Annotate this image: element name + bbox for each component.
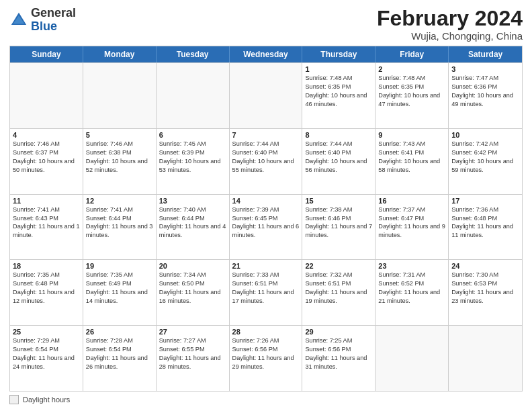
calendar-cell: 9Sunrise: 7:43 AM Sunset: 6:41 PM Daylig… [375,129,449,194]
day-number: 27 [159,328,226,336]
calendar-cell: 20Sunrise: 7:34 AM Sunset: 6:50 PM Dayli… [157,260,230,325]
sun-info: Sunrise: 7:41 AM Sunset: 6:44 PM Dayligh… [86,205,153,240]
calendar-cell: 23Sunrise: 7:31 AM Sunset: 6:52 PM Dayli… [375,260,449,325]
sun-info: Sunrise: 7:32 AM Sunset: 6:51 PM Dayligh… [305,271,372,306]
page: General Blue February 2024 Wujia, Chongq… [0,0,532,411]
sun-info: Sunrise: 7:27 AM Sunset: 6:55 PM Dayligh… [159,336,226,371]
sun-info: Sunrise: 7:30 AM Sunset: 6:53 PM Dayligh… [451,271,519,306]
calendar-cell: 25Sunrise: 7:29 AM Sunset: 6:54 PM Dayli… [10,326,83,391]
sun-info: Sunrise: 7:40 AM Sunset: 6:44 PM Dayligh… [159,205,226,240]
calendar-cell: 13Sunrise: 7:40 AM Sunset: 6:44 PM Dayli… [157,195,230,260]
logo-icon [9,11,28,30]
day-number: 19 [86,262,153,270]
calendar-cell: 16Sunrise: 7:37 AM Sunset: 6:47 PM Dayli… [375,195,449,260]
day-number: 23 [378,262,445,270]
logo-blue: Blue [31,19,57,33]
calendar-cell [10,63,83,128]
calendar-cell: 18Sunrise: 7:35 AM Sunset: 6:48 PM Dayli… [10,260,83,325]
day-number: 1 [305,65,372,73]
day-number: 7 [232,131,300,139]
sun-info: Sunrise: 7:41 AM Sunset: 6:43 PM Dayligh… [13,205,80,240]
sun-info: Sunrise: 7:35 AM Sunset: 6:49 PM Dayligh… [86,271,153,306]
calendar-cell [230,63,303,128]
calendar-header-wednesday: Wednesday [230,46,303,62]
calendar-row-3: 11Sunrise: 7:41 AM Sunset: 6:43 PM Dayli… [10,194,522,260]
calendar-cell: 26Sunrise: 7:28 AM Sunset: 6:54 PM Dayli… [83,326,157,391]
legend: Daylight hours [9,395,523,404]
calendar-cell: 11Sunrise: 7:41 AM Sunset: 6:43 PM Dayli… [10,195,83,260]
calendar-cell [83,63,157,128]
day-number: 18 [13,262,80,270]
legend-label: Daylight hours [23,396,70,404]
calendar-row-4: 18Sunrise: 7:35 AM Sunset: 6:48 PM Dayli… [10,259,522,325]
calendar-cell: 21Sunrise: 7:33 AM Sunset: 6:51 PM Dayli… [230,260,303,325]
calendar-cell: 7Sunrise: 7:44 AM Sunset: 6:40 PM Daylig… [230,129,303,194]
calendar-header-thursday: Thursday [302,46,375,62]
sun-info: Sunrise: 7:35 AM Sunset: 6:48 PM Dayligh… [13,271,80,306]
sun-info: Sunrise: 7:33 AM Sunset: 6:51 PM Dayligh… [232,271,300,306]
calendar-header-tuesday: Tuesday [157,46,230,62]
calendar-cell [449,326,522,391]
location: Wujia, Chongqing, China [377,30,523,42]
logo-text: General Blue [31,7,76,34]
sun-info: Sunrise: 7:36 AM Sunset: 6:48 PM Dayligh… [451,205,519,240]
calendar-cell: 17Sunrise: 7:36 AM Sunset: 6:48 PM Dayli… [449,195,522,260]
sun-info: Sunrise: 7:46 AM Sunset: 6:37 PM Dayligh… [13,140,80,175]
calendar-row-5: 25Sunrise: 7:29 AM Sunset: 6:54 PM Dayli… [10,325,522,391]
day-number: 28 [232,328,300,336]
calendar-cell: 8Sunrise: 7:44 AM Sunset: 6:40 PM Daylig… [302,129,375,194]
sun-info: Sunrise: 7:43 AM Sunset: 6:41 PM Dayligh… [378,140,445,175]
month-year: February 2024 [377,7,523,30]
calendar-cell: 14Sunrise: 7:39 AM Sunset: 6:45 PM Dayli… [230,195,303,260]
sun-info: Sunrise: 7:34 AM Sunset: 6:50 PM Dayligh… [159,271,226,306]
sun-info: Sunrise: 7:44 AM Sunset: 6:40 PM Dayligh… [232,140,300,175]
day-number: 3 [451,65,519,73]
day-number: 2 [378,65,445,73]
sun-info: Sunrise: 7:46 AM Sunset: 6:38 PM Dayligh… [86,140,153,175]
calendar-cell: 2Sunrise: 7:48 AM Sunset: 6:35 PM Daylig… [375,63,449,128]
sun-info: Sunrise: 7:39 AM Sunset: 6:45 PM Dayligh… [232,205,300,240]
sun-info: Sunrise: 7:42 AM Sunset: 6:42 PM Dayligh… [451,140,519,175]
day-number: 14 [232,197,300,205]
calendar-cell [157,63,230,128]
calendar-header-friday: Friday [375,46,449,62]
day-number: 22 [305,262,372,270]
sun-info: Sunrise: 7:47 AM Sunset: 6:36 PM Dayligh… [451,74,519,109]
header: General Blue February 2024 Wujia, Chongq… [9,7,523,42]
logo: General Blue [9,7,76,34]
calendar-cell: 1Sunrise: 7:48 AM Sunset: 6:35 PM Daylig… [302,63,375,128]
calendar-cell: 29Sunrise: 7:25 AM Sunset: 6:56 PM Dayli… [302,326,375,391]
calendar-cell: 19Sunrise: 7:35 AM Sunset: 6:49 PM Dayli… [83,260,157,325]
day-number: 12 [86,197,153,205]
calendar-cell: 3Sunrise: 7:47 AM Sunset: 6:36 PM Daylig… [449,63,522,128]
logo-general: General [31,6,76,19]
day-number: 9 [378,131,445,139]
day-number: 5 [86,131,153,139]
calendar-body: 1Sunrise: 7:48 AM Sunset: 6:35 PM Daylig… [10,62,522,391]
calendar-cell: 10Sunrise: 7:42 AM Sunset: 6:42 PM Dayli… [449,129,522,194]
calendar-cell: 15Sunrise: 7:38 AM Sunset: 6:46 PM Dayli… [302,195,375,260]
sun-info: Sunrise: 7:26 AM Sunset: 6:56 PM Dayligh… [232,336,300,371]
day-number: 10 [451,131,519,139]
day-number: 8 [305,131,372,139]
day-number: 13 [159,197,226,205]
calendar: SundayMondayTuesdayWednesdayThursdayFrid… [9,46,523,392]
sun-info: Sunrise: 7:37 AM Sunset: 6:47 PM Dayligh… [378,205,445,240]
calendar-row-2: 4Sunrise: 7:46 AM Sunset: 6:37 PM Daylig… [10,128,522,194]
sun-info: Sunrise: 7:38 AM Sunset: 6:46 PM Dayligh… [305,205,372,240]
calendar-header-monday: Monday [83,46,157,62]
sun-info: Sunrise: 7:31 AM Sunset: 6:52 PM Dayligh… [378,271,445,306]
sun-info: Sunrise: 7:28 AM Sunset: 6:54 PM Dayligh… [86,336,153,371]
sun-info: Sunrise: 7:48 AM Sunset: 6:35 PM Dayligh… [305,74,372,109]
calendar-cell: 12Sunrise: 7:41 AM Sunset: 6:44 PM Dayli… [83,195,157,260]
day-number: 20 [159,262,226,270]
calendar-header-saturday: Saturday [449,46,522,62]
calendar-header: SundayMondayTuesdayWednesdayThursdayFrid… [10,46,522,62]
calendar-cell: 6Sunrise: 7:45 AM Sunset: 6:39 PM Daylig… [157,129,230,194]
day-number: 16 [378,197,445,205]
calendar-cell: 22Sunrise: 7:32 AM Sunset: 6:51 PM Dayli… [302,260,375,325]
sun-info: Sunrise: 7:48 AM Sunset: 6:35 PM Dayligh… [378,74,445,109]
calendar-cell: 24Sunrise: 7:30 AM Sunset: 6:53 PM Dayli… [449,260,522,325]
calendar-cell: 28Sunrise: 7:26 AM Sunset: 6:56 PM Dayli… [230,326,303,391]
sun-info: Sunrise: 7:29 AM Sunset: 6:54 PM Dayligh… [13,336,80,371]
